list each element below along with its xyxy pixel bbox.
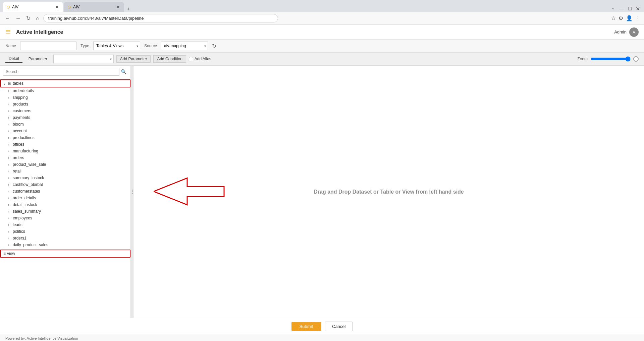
add-condition-button[interactable]: Add Condition: [153, 55, 186, 63]
footer: Powered by: Active Intelligence Visualiz…: [0, 335, 644, 341]
profile-icon[interactable]: 👤: [626, 15, 633, 21]
param-select[interactable]: [53, 55, 114, 63]
view-label: view: [7, 251, 15, 256]
list-item[interactable]: › employees: [0, 215, 130, 221]
type-select[interactable]: Tables & Views: [93, 42, 140, 50]
list-item[interactable]: › products: [0, 101, 130, 108]
divider-dot: [132, 190, 133, 191]
source-select[interactable]: aiv-mapping: [161, 42, 208, 50]
list-item[interactable]: › detail_instock: [0, 201, 130, 208]
item-label: cashflow_bbirbal: [13, 182, 43, 187]
name-input[interactable]: [20, 42, 76, 50]
arrow-annotation: [154, 175, 227, 209]
item-label: manufacturing: [13, 149, 38, 153]
expand-icon: ›: [8, 136, 11, 140]
item-label: bloom: [13, 122, 24, 127]
bookmark-icon[interactable]: ☆: [611, 15, 616, 21]
close-button[interactable]: ✕: [634, 6, 641, 12]
forward-button[interactable]: →: [14, 15, 22, 21]
list-item[interactable]: › daily_product_sales: [0, 242, 130, 248]
item-label: daily_product_sales: [13, 243, 48, 247]
list-item[interactable]: › orderdetails: [0, 87, 130, 94]
tab-favicon-1: ⬡: [7, 5, 10, 9]
expand-icon: ›: [8, 176, 11, 180]
minimize-button[interactable]: —: [618, 6, 626, 12]
back-button[interactable]: ←: [3, 15, 11, 21]
expand-icon: ›: [8, 156, 11, 160]
list-item[interactable]: › productlines: [0, 134, 130, 141]
expand-icon: ›: [8, 116, 11, 120]
cancel-button[interactable]: Cancel: [325, 322, 353, 331]
list-item[interactable]: › orders1: [0, 235, 130, 242]
expand-icon: ›: [8, 103, 11, 106]
expand-icon: ›: [8, 169, 11, 173]
new-tab-button[interactable]: +: [124, 6, 132, 12]
hamburger-icon[interactable]: ☰: [5, 28, 11, 36]
extension-icon[interactable]: ⚙: [619, 15, 623, 21]
nav-actions: ☆ ⚙ 👤 ⋮: [611, 15, 641, 21]
dropdown-tabs-icon[interactable]: ⌄: [610, 6, 616, 12]
tab-title-1: AIV: [12, 5, 53, 9]
list-item[interactable]: › product_wise_sale: [0, 161, 130, 168]
list-item[interactable]: › payments: [0, 114, 130, 121]
search-input[interactable]: [3, 68, 119, 76]
expand-icon: ›: [8, 163, 11, 166]
zoom-circle: [633, 56, 639, 62]
expand-icon: ›: [8, 223, 11, 227]
sidebar-resize-handle[interactable]: [131, 66, 133, 318]
app-logo: Active Intelligence: [16, 29, 63, 35]
expand-icon: ›: [8, 149, 11, 153]
view-group-node[interactable]: ≡ view: [0, 250, 130, 258]
tables-group-node[interactable]: ∨ ⊞ tables: [0, 79, 130, 87]
list-item[interactable]: › shipping: [0, 94, 130, 101]
list-item[interactable]: › customerstates: [0, 188, 130, 195]
app: ☰ Active Intelligence Admin A Name Type …: [0, 25, 644, 341]
list-item[interactable]: › orders: [0, 154, 130, 161]
list-item[interactable]: › order_details: [0, 195, 130, 201]
list-item[interactable]: › customers: [0, 108, 130, 114]
expand-icon: ›: [8, 123, 11, 126]
search-box: 🔍: [0, 66, 130, 78]
refresh-button[interactable]: ↻: [212, 43, 216, 49]
browser-tab-2[interactable]: ⬡ AIV ✕: [64, 2, 124, 12]
list-item[interactable]: › account: [0, 128, 130, 134]
tab-close-2[interactable]: ✕: [116, 4, 120, 10]
source-select-wrapper: aiv-mapping: [161, 42, 208, 50]
zoom-section: Zoom: [577, 56, 639, 62]
list-item[interactable]: › retail: [0, 168, 130, 175]
tab-title-2: AIV: [73, 5, 114, 9]
tab-parameter[interactable]: Parameter: [25, 56, 51, 62]
add-parameter-button[interactable]: Add Parameter: [116, 55, 151, 63]
expand-icon: ›: [8, 196, 11, 200]
zoom-slider[interactable]: [590, 56, 631, 62]
list-item[interactable]: › politics: [0, 228, 130, 235]
maximize-button[interactable]: □: [627, 6, 633, 12]
bottom-bar: Submit Cancel: [0, 318, 644, 335]
search-icon[interactable]: 🔍: [119, 69, 128, 74]
submit-button[interactable]: Submit: [291, 322, 321, 331]
browser-tab-1[interactable]: ⬡ AIV ✕: [3, 2, 63, 12]
add-alias-checkbox[interactable]: [189, 57, 193, 61]
item-label: order_details: [13, 196, 36, 200]
item-label: payments: [13, 115, 30, 120]
address-bar[interactable]: [43, 14, 278, 22]
tab-close-1[interactable]: ✕: [55, 4, 59, 10]
avatar: A: [629, 27, 639, 37]
tables-label: tables: [13, 81, 23, 86]
expand-icon: ›: [8, 129, 11, 133]
type-select-wrapper: Tables & Views: [93, 42, 140, 50]
menu-icon[interactable]: ⋮: [635, 15, 641, 21]
home-button[interactable]: ⌂: [35, 15, 41, 21]
tab-detail[interactable]: Detail: [5, 55, 22, 63]
list-item[interactable]: › bloom: [0, 121, 130, 128]
list-item[interactable]: › summary_instock: [0, 175, 130, 181]
list-item[interactable]: › manufacturing: [0, 148, 130, 154]
list-item[interactable]: › cashflow_bbirbal: [0, 181, 130, 188]
reload-button[interactable]: ↻: [25, 15, 32, 21]
list-item[interactable]: › offices: [0, 141, 130, 148]
item-label: orderdetails: [13, 88, 34, 93]
list-item[interactable]: › leads: [0, 221, 130, 228]
add-alias-label: Add Alias: [195, 57, 211, 61]
list-item[interactable]: › sales_summary: [0, 208, 130, 215]
sidebar: 🔍 ∨ ⊞ tables › orderdetails › shipping: [0, 66, 131, 318]
